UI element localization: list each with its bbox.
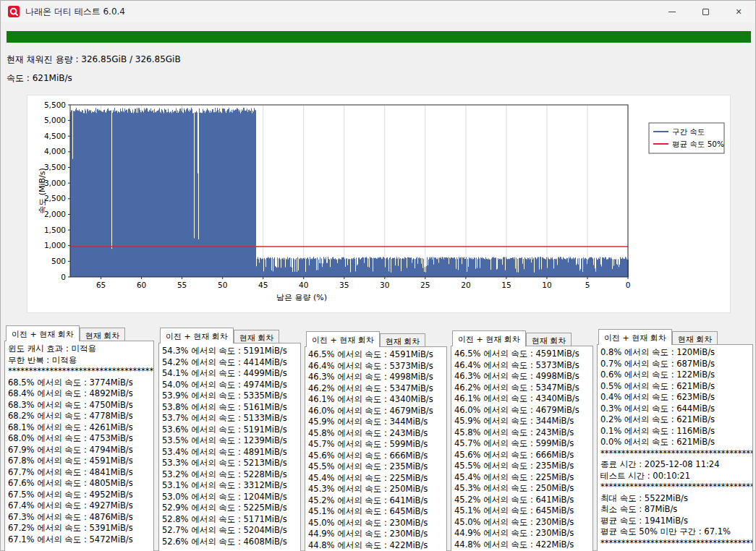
svg-text:속도 (MiB/s): 속도 (MiB/s) — [38, 168, 47, 214]
list-row: 46.1% 에서의 속도 : 4340MiB/s — [454, 393, 593, 405]
list-row: 46.3% 에서의 속도 : 4998MiB/s — [454, 371, 593, 383]
svg-text:1,000: 1,000 — [44, 241, 66, 249]
result-list[interactable]: 0.8% 에서의 속도 : 120MiB/s0.7% 에서의 속도 : 687M… — [597, 344, 753, 551]
list-row: 67.1% 에서의 속도 : 5472MiB/s — [8, 534, 153, 546]
list-row: 45.1% 에서의 속도 : 645MiB/s — [454, 505, 593, 517]
tab-current-round[interactable]: 현재 회차 — [380, 333, 426, 347]
list-row: 68.3% 에서의 속도 : 4750MiB/s — [8, 400, 153, 411]
result-list[interactable]: 윈도 캐시 효과 : 미적용무한 반복 : 미적용***************… — [4, 341, 154, 551]
speed-status-text: 속도 : 621MiB/s — [7, 72, 72, 85]
list-row: 최대 속도 : 5522MiB/s — [600, 493, 752, 505]
svg-text:30: 30 — [380, 281, 389, 289]
list-row: 45.0% 에서의 속도 : 230MiB/s — [308, 518, 446, 529]
list-row: 46.2% 에서의 속도 : 5347MiB/s — [454, 383, 593, 394]
list-row: 45.9% 에서의 속도 : 344MiB/s — [308, 417, 446, 428]
list-row: 0.6% 에서의 속도 : 122MiB/s — [600, 370, 752, 381]
list-row: 46.0% 에서의 속도 : 4679MiB/s — [308, 406, 446, 417]
svg-text:10: 10 — [542, 281, 551, 289]
list-row: **************************************** — [600, 448, 752, 460]
list-row: 45.6% 에서의 속도 : 666MiB/s — [454, 450, 593, 461]
tab-current-round[interactable]: 현재 회차 — [526, 333, 572, 346]
fill-progress-bar — [7, 31, 751, 43]
svg-text:65: 65 — [96, 281, 106, 289]
svg-text:5: 5 — [585, 281, 590, 289]
list-row: 52.7% 에서의 속도 : 5204MiB/s — [162, 525, 300, 537]
list-row: 45.5% 에서의 속도 : 235MiB/s — [454, 461, 593, 472]
close-icon: ✕ — [735, 8, 742, 16]
list-row: 68.5% 에서의 속도 : 3774MiB/s — [8, 377, 153, 389]
capacity-status-text: 현재 채워진 용량 : 326.85GiB / 326.85GiB — [7, 54, 181, 66]
minimize-button[interactable] — [655, 1, 689, 22]
list-row: 53.5% 에서의 속도 : 1239MiB/s — [162, 435, 300, 447]
list-row: 67.5% 에서의 속도 : 4952MiB/s — [8, 490, 153, 501]
list-row: 45.7% 에서의 속도 : 599MiB/s — [308, 439, 446, 450]
tab-prev-plus-current-round[interactable]: 이전 + 현재 회차 — [160, 328, 234, 343]
tab-current-round[interactable]: 현재 회차 — [672, 331, 718, 345]
svg-text:40: 40 — [299, 281, 308, 289]
svg-text:20: 20 — [461, 281, 470, 289]
tab-current-round[interactable]: 현재 회차 — [80, 328, 126, 341]
list-row: 54.0% 에서의 속도 : 4974MiB/s — [162, 380, 300, 391]
list-row: 53.4% 에서의 속도 : 4891MiB/s — [162, 447, 300, 458]
result-panel: 이전 + 현재 회차 현재 회차 46.5% 에서의 속도 : 4591MiB/… — [305, 331, 447, 551]
list-row: 45.2% 에서의 속도 : 641MiB/s — [308, 495, 446, 507]
result-list[interactable]: 46.5% 에서의 속도 : 4591MiB/s46.4% 에서의 속도 : 5… — [451, 346, 593, 551]
panel-tabs: 이전 + 현재 회차 현재 회차 — [305, 331, 447, 347]
list-row: 0.3% 에서의 속도 : 644MiB/s — [600, 403, 752, 415]
list-row: 53.0% 에서의 속도 : 1204MiB/s — [162, 492, 300, 503]
svg-text:5,000: 5,000 — [44, 116, 66, 124]
list-row: 53.9% 에서의 속도 : 5335MiB/s — [162, 390, 300, 402]
svg-text:구간 속도: 구간 속도 — [672, 127, 705, 136]
title-bar: 나래온 더티 테스트 6.0.4 ✕ — [1, 1, 755, 22]
result-list[interactable]: 46.5% 에서의 속도 : 4591MiB/s46.4% 에서의 속도 : 5… — [305, 346, 447, 551]
list-row: 53.1% 에서의 속도 : 3312MiB/s — [162, 480, 300, 492]
svg-text:55: 55 — [177, 281, 187, 289]
list-row: 54.2% 에서의 속도 : 4414MiB/s — [162, 357, 300, 369]
tab-prev-plus-current-round[interactable]: 이전 + 현재 회차 — [452, 330, 526, 346]
speed-chart-svg: 05001,0001,5002,0002,5003,0003,5004,0004… — [27, 95, 730, 312]
list-row: 45.0% 에서의 속도 : 230MiB/s — [454, 517, 593, 529]
maximize-button[interactable] — [689, 1, 722, 22]
app-logo-icon — [8, 6, 20, 17]
list-row: **************************************** — [600, 482, 752, 493]
list-row: 0.7% 에서의 속도 : 687MiB/s — [600, 359, 752, 370]
close-button[interactable]: ✕ — [722, 1, 755, 22]
tab-prev-plus-current-round[interactable]: 이전 + 현재 회차 — [598, 329, 672, 345]
svg-text:남은 용량 (%): 남은 용량 (%) — [276, 293, 327, 302]
svg-text:500: 500 — [51, 257, 66, 265]
tab-prev-plus-current-round[interactable]: 이전 + 현재 회차 — [306, 331, 380, 347]
list-row: 44.8% 에서의 속도 : 422MiB/s — [454, 539, 593, 551]
result-list[interactable]: 54.3% 에서의 속도 : 5191MiB/s54.2% 에서의 속도 : 4… — [158, 343, 301, 551]
svg-text:4,000: 4,000 — [44, 147, 66, 155]
tab-prev-plus-current-round[interactable]: 이전 + 현재 회차 — [6, 325, 80, 341]
svg-text:3,000: 3,000 — [44, 179, 66, 187]
list-row: 평균 속도 50% 미만 구간 : 67.1% — [600, 526, 752, 538]
svg-text:5,500: 5,500 — [44, 101, 66, 109]
panel-tabs: 이전 + 현재 회차 현재 회차 — [158, 328, 301, 343]
speed-chart: 05001,0001,5002,0002,5003,0003,5004,0004… — [27, 95, 731, 313]
list-row: 44.9% 에서의 속도 : 230MiB/s — [454, 528, 593, 539]
tab-current-round[interactable]: 현재 회차 — [234, 330, 280, 343]
list-row: 46.4% 에서의 속도 : 5373MiB/s — [454, 360, 593, 372]
list-row: 54.1% 에서의 속도 : 4499MiB/s — [162, 368, 300, 380]
list-row: 45.7% 에서의 속도 : 599MiB/s — [454, 438, 593, 450]
list-row: 53.8% 에서의 속도 : 5161MiB/s — [162, 402, 300, 414]
svg-text:60: 60 — [137, 281, 146, 289]
list-row: 0.4% 에서의 속도 : 623MiB/s — [600, 392, 752, 403]
result-panel: 이전 + 현재 회차 현재 회차 0.8% 에서의 속도 : 120MiB/s0… — [597, 329, 753, 551]
list-row: 67.4% 에서의 속도 : 4927MiB/s — [8, 500, 153, 512]
svg-text:평균 속도 50%: 평균 속도 50% — [672, 140, 724, 148]
list-row: 67.3% 에서의 속도 : 4876MiB/s — [8, 512, 153, 524]
progress-fill — [7, 31, 751, 43]
list-row: 45.4% 에서의 속도 : 225MiB/s — [454, 472, 593, 484]
svg-text:0: 0 — [626, 281, 631, 289]
app-window: 나래온 더티 테스트 6.0.4 ✕ 현재 채워진 용량 : 326.85GiB… — [0, 0, 756, 551]
list-row: 45.3% 에서의 속도 : 250MiB/s — [454, 483, 593, 495]
list-row: 45.2% 에서의 속도 : 641MiB/s — [454, 495, 593, 506]
list-row: 68.0% 에서의 속도 : 4753MiB/s — [8, 433, 153, 445]
list-row: 종료 시간 : 2025-12-08 11:24 — [600, 459, 752, 471]
maximize-icon — [702, 9, 709, 15]
list-row: 최소 속도 : 87MiB/s — [600, 504, 752, 516]
list-row: 67.8% 에서의 속도 : 4591MiB/s — [8, 456, 153, 467]
svg-text:0: 0 — [61, 273, 66, 281]
